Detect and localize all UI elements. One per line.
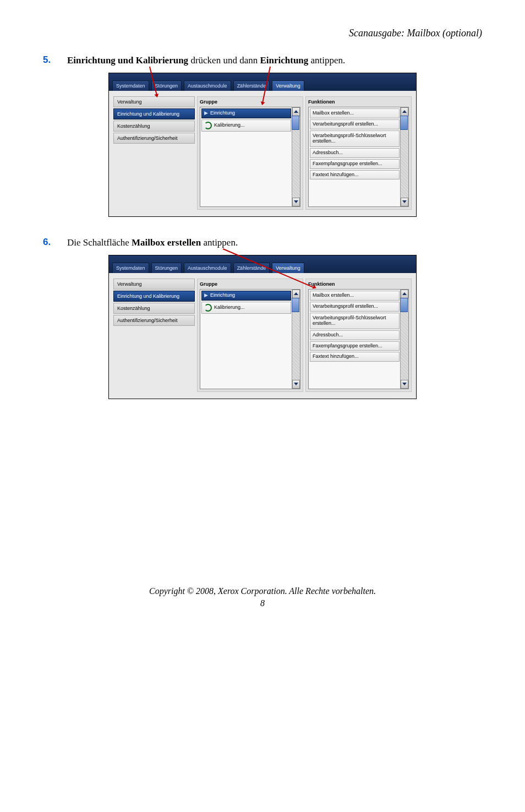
- gruppe-item-kalibrierung[interactable]: Kalibrierung...: [201, 302, 291, 314]
- listbox-gruppe: ▶ Einrichtung Kalibrierung...: [200, 289, 300, 389]
- sidebar-item-auth[interactable]: Authentifizierung/Sicherheit: [113, 315, 195, 326]
- scroll-thumb[interactable]: [292, 116, 299, 130]
- screenshot-2-wrap: Systemdaten Störungen Austauschmodule Zä…: [108, 255, 417, 399]
- listbox-gruppe: ▶ Einrichtung Kalibrierung...: [200, 107, 300, 207]
- step-5-bold-2: Einrichtung: [260, 55, 308, 66]
- scroll-down-icon[interactable]: [401, 198, 408, 206]
- cycle-icon: [204, 122, 212, 129]
- listbox-funktionen: Mailbox erstellen... Verarbeitungsprofil…: [308, 107, 409, 207]
- column-funktionen-head: Funktionen: [308, 99, 409, 105]
- admin-panel-2: Systemdaten Störungen Austauschmodule Zä…: [108, 255, 417, 399]
- scroll-up-icon[interactable]: [401, 290, 408, 298]
- scroll-up-icon[interactable]: [292, 290, 300, 298]
- tab-zaehlerstaende[interactable]: Zählerstände: [233, 263, 270, 273]
- column-funktionen: Funktionen Mailbox erstellen... Verarbei…: [305, 96, 412, 210]
- scrollbar-funktionen[interactable]: [400, 290, 408, 389]
- play-icon: ▶: [204, 111, 208, 116]
- step-6-t0: Die Schaltfläche: [67, 237, 132, 248]
- step-5-bold-1: Einrichtung und Kalibrierung: [67, 55, 188, 66]
- tab-verwaltung[interactable]: Verwaltung: [272, 80, 304, 91]
- column-gruppe-head: Gruppe: [200, 281, 300, 287]
- sidebar-item-verwaltung[interactable]: Verwaltung: [113, 279, 195, 290]
- step-5-t2: antippen.: [308, 55, 345, 66]
- funktionen-item-mailbox[interactable]: Mailbox erstellen...: [310, 291, 400, 301]
- funktionen-item-schluesselwort[interactable]: Verarbeitungsprofil-Schlüsselwort erstel…: [310, 130, 400, 147]
- screenshot-1-wrap: Systemdaten Störungen Austauschmodule Zä…: [108, 73, 417, 217]
- cycle-icon: [204, 304, 212, 312]
- tab-austauschmodule[interactable]: Austauschmodule: [184, 263, 231, 273]
- step-6-t1: antippen.: [201, 237, 238, 248]
- scroll-down-icon[interactable]: [401, 380, 408, 389]
- column-gruppe: Gruppe ▶ Einrichtung Kalibrierung...: [197, 279, 303, 392]
- funktionen-item-faxgruppe[interactable]: Faxempfangsgruppe erstellen...: [310, 159, 400, 169]
- scroll-thumb[interactable]: [400, 298, 408, 312]
- gruppe-item-einrichtung-label: Einrichtung: [210, 293, 235, 298]
- funktionen-item-schluesselwort[interactable]: Verarbeitungsprofil-Schlüsselwort erstel…: [310, 313, 400, 329]
- step-6: 6. Die Schaltfläche Mailbox erstellen an…: [43, 237, 482, 249]
- running-header: Scanausgabe: Mailbox (optional): [43, 28, 482, 39]
- scroll-thumb[interactable]: [292, 298, 299, 312]
- step-6-bold-1: Mailbox erstellen: [132, 237, 201, 248]
- sidebar-item-kostenzaehlung[interactable]: Kostenzählung: [113, 303, 195, 314]
- panel-body: Verwaltung Einrichtung und Kalibrierung …: [109, 91, 416, 216]
- column-funktionen-head: Funktionen: [308, 281, 409, 287]
- scrollbar-gruppe[interactable]: [292, 107, 300, 206]
- sidebar-item-einrichtung[interactable]: Einrichtung und Kalibrierung: [113, 291, 195, 302]
- sidebar: Verwaltung Einrichtung und Kalibrierung …: [113, 96, 195, 210]
- step-5-text: Einrichtung und Kalibrierung drücken und…: [67, 55, 345, 67]
- step-5-number: 5.: [43, 55, 67, 66]
- funktionen-item-verarbeitungsprofil[interactable]: Verarbeitungsprofil erstellen...: [310, 302, 400, 312]
- footer-page-number: 8: [43, 598, 482, 608]
- step-6-text: Die Schaltfläche Mailbox erstellen antip…: [67, 237, 238, 249]
- sidebar: Verwaltung Einrichtung und Kalibrierung …: [113, 279, 195, 392]
- gruppe-item-einrichtung[interactable]: ▶ Einrichtung: [201, 291, 291, 301]
- funktionen-item-adressbuch[interactable]: Adressbuch...: [310, 148, 400, 158]
- tab-systemdaten[interactable]: Systemdaten: [112, 263, 149, 273]
- tab-stoerungen[interactable]: Störungen: [151, 263, 182, 273]
- scroll-up-icon[interactable]: [401, 107, 408, 116]
- step-6-number: 6.: [43, 237, 67, 248]
- funktionen-item-faxtext[interactable]: Faxtext hinzufügen...: [310, 352, 400, 362]
- tab-systemdaten[interactable]: Systemdaten: [112, 80, 149, 91]
- column-gruppe-head: Gruppe: [200, 99, 300, 105]
- gruppe-item-kalibrierung[interactable]: Kalibrierung...: [201, 119, 291, 132]
- gruppe-item-kalibrierung-label: Kalibrierung...: [214, 123, 245, 128]
- funktionen-item-verarbeitungsprofil[interactable]: Verarbeitungsprofil erstellen...: [310, 119, 400, 129]
- scrollbar-funktionen[interactable]: [400, 107, 408, 206]
- tab-bar: Systemdaten Störungen Austauschmodule Zä…: [109, 255, 416, 273]
- panel-body: Verwaltung Einrichtung und Kalibrierung …: [109, 273, 416, 399]
- tab-austauschmodule[interactable]: Austauschmodule: [184, 80, 231, 91]
- scroll-down-icon[interactable]: [292, 198, 300, 206]
- scroll-down-icon[interactable]: [292, 380, 300, 389]
- column-funktionen: Funktionen Mailbox erstellen... Verarbei…: [305, 279, 412, 392]
- gruppe-item-kalibrierung-label: Kalibrierung...: [214, 305, 245, 310]
- scroll-thumb[interactable]: [400, 116, 408, 130]
- scroll-up-icon[interactable]: [292, 107, 300, 116]
- column-gruppe: Gruppe ▶ Einrichtung Kalibrierung...: [197, 96, 303, 210]
- funktionen-item-adressbuch[interactable]: Adressbuch...: [310, 330, 400, 340]
- sidebar-item-kostenzaehlung[interactable]: Kostenzählung: [113, 121, 195, 132]
- listbox-funktionen: Mailbox erstellen... Verarbeitungsprofil…: [308, 289, 409, 389]
- arrow-1b-head: [260, 101, 265, 106]
- footer-copyright: Copyright © 2008, Xerox Corporation. All…: [43, 586, 482, 596]
- funktionen-item-mailbox[interactable]: Mailbox erstellen...: [310, 108, 400, 118]
- scrollbar-gruppe[interactable]: [292, 290, 300, 389]
- play-icon: ▶: [204, 293, 208, 298]
- funktionen-item-faxtext[interactable]: Faxtext hinzufügen...: [310, 170, 400, 180]
- step-5: 5. Einrichtung und Kalibrierung drücken …: [43, 55, 482, 67]
- gruppe-item-einrichtung[interactable]: ▶ Einrichtung: [201, 108, 291, 118]
- sidebar-item-auth[interactable]: Authentifizierung/Sicherheit: [113, 133, 195, 144]
- sidebar-item-verwaltung[interactable]: Verwaltung: [113, 96, 195, 107]
- sidebar-item-einrichtung[interactable]: Einrichtung und Kalibrierung: [113, 108, 195, 119]
- funktionen-item-faxgruppe[interactable]: Faxempfangsgruppe erstellen...: [310, 341, 400, 351]
- gruppe-item-einrichtung-label: Einrichtung: [210, 111, 235, 116]
- step-5-t1: drücken und dann: [188, 55, 260, 66]
